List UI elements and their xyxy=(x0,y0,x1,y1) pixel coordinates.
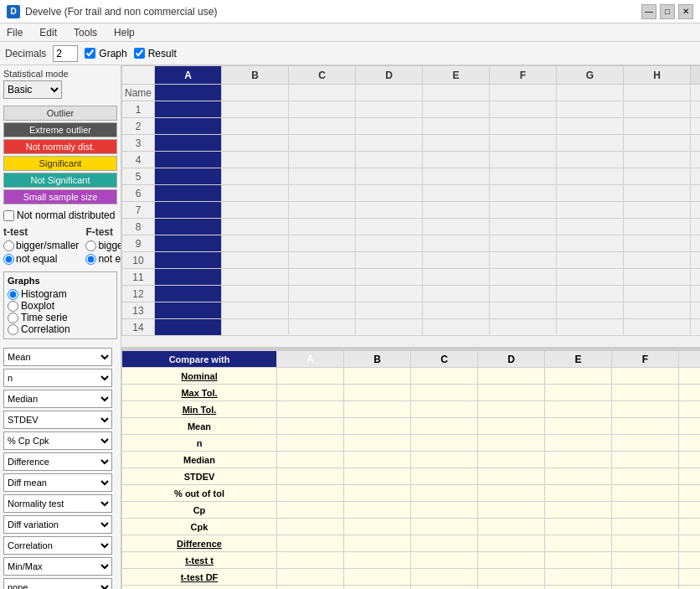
stat-dropdown-n[interactable]: n xyxy=(3,369,112,387)
name-cell-e[interactable] xyxy=(423,85,490,101)
graph-correlation-radio[interactable] xyxy=(8,324,18,335)
data-cell[interactable] xyxy=(277,418,344,435)
result-checkbox[interactable] xyxy=(134,48,145,59)
data-cell[interactable] xyxy=(478,535,545,552)
data-cell[interactable] xyxy=(289,219,356,235)
data-cell[interactable] xyxy=(222,168,289,185)
data-cell[interactable] xyxy=(691,269,700,286)
name-cell-h[interactable] xyxy=(624,85,691,101)
data-cell[interactable] xyxy=(490,269,557,286)
data-cell[interactable] xyxy=(155,219,222,235)
data-cell[interactable] xyxy=(411,552,478,569)
bottom-col-f[interactable]: F xyxy=(612,351,679,368)
data-cell[interactable] xyxy=(691,219,700,235)
stat-dropdown-diffvariation[interactable]: Diff variation xyxy=(3,515,112,534)
data-cell[interactable] xyxy=(624,286,691,302)
data-cell[interactable] xyxy=(679,535,701,552)
data-cell[interactable] xyxy=(411,401,478,418)
data-cell[interactable] xyxy=(344,552,411,569)
data-cell[interactable] xyxy=(423,269,490,286)
data-cell[interactable] xyxy=(411,485,478,502)
data-cell[interactable] xyxy=(490,286,557,302)
data-cell[interactable] xyxy=(423,152,490,168)
name-cell-g[interactable] xyxy=(557,85,624,101)
data-cell[interactable] xyxy=(289,302,356,319)
data-cell[interactable] xyxy=(356,252,423,269)
data-cell[interactable] xyxy=(490,252,557,269)
stat-dropdown-minmax[interactable]: Min/Max xyxy=(3,557,112,576)
maximize-button[interactable]: □ xyxy=(660,4,675,19)
data-cell[interactable] xyxy=(423,168,490,185)
data-cell[interactable] xyxy=(557,269,624,286)
data-cell[interactable] xyxy=(557,286,624,302)
data-cell[interactable] xyxy=(155,286,222,302)
data-cell[interactable] xyxy=(490,319,557,336)
data-cell[interactable] xyxy=(344,435,411,452)
data-cell[interactable] xyxy=(344,418,411,435)
data-cell[interactable] xyxy=(344,586,411,590)
data-cell[interactable] xyxy=(478,418,545,435)
stat-dropdown-median[interactable]: Median xyxy=(3,390,112,408)
data-cell[interactable] xyxy=(691,235,700,252)
data-cell[interactable] xyxy=(612,502,679,519)
data-cell[interactable] xyxy=(490,101,557,118)
data-cell[interactable] xyxy=(691,185,700,202)
stat-dropdown-difference[interactable]: Difference xyxy=(3,452,112,471)
data-cell[interactable] xyxy=(612,485,679,502)
name-cell-c[interactable] xyxy=(289,85,356,101)
data-cell[interactable] xyxy=(478,368,545,385)
data-cell[interactable] xyxy=(423,286,490,302)
data-cell[interactable] xyxy=(344,385,411,401)
data-cell[interactable] xyxy=(222,101,289,118)
col-header-a[interactable]: A xyxy=(155,66,222,85)
data-cell[interactable] xyxy=(545,418,612,435)
data-cell[interactable] xyxy=(679,502,701,519)
data-cell[interactable] xyxy=(612,385,679,401)
data-cell[interactable] xyxy=(545,519,612,535)
data-cell[interactable] xyxy=(557,252,624,269)
data-cell[interactable] xyxy=(624,118,691,135)
data-cell[interactable] xyxy=(411,435,478,452)
data-cell[interactable] xyxy=(344,569,411,586)
data-cell[interactable] xyxy=(545,485,612,502)
data-cell[interactable] xyxy=(490,135,557,152)
data-cell[interactable] xyxy=(478,435,545,452)
bottom-col-e[interactable]: E xyxy=(545,351,612,368)
data-cell[interactable] xyxy=(411,569,478,586)
data-cell[interactable] xyxy=(289,101,356,118)
data-cell[interactable] xyxy=(624,235,691,252)
stat-mode-select[interactable]: Basic Advanced xyxy=(3,80,62,99)
data-cell[interactable] xyxy=(624,101,691,118)
stat-dropdown-mean[interactable]: Mean xyxy=(3,348,112,366)
t-test-bigger-radio[interactable] xyxy=(3,240,14,251)
data-cell[interactable] xyxy=(423,252,490,269)
data-cell[interactable] xyxy=(679,385,701,401)
col-header-c[interactable]: C xyxy=(289,66,356,85)
data-cell[interactable] xyxy=(222,118,289,135)
data-cell[interactable] xyxy=(679,485,701,502)
data-cell[interactable] xyxy=(222,286,289,302)
data-cell[interactable] xyxy=(679,519,701,535)
data-cell[interactable] xyxy=(155,202,222,219)
data-cell[interactable] xyxy=(624,302,691,319)
menu-help[interactable]: Help xyxy=(111,26,138,39)
data-cell[interactable] xyxy=(423,202,490,219)
col-header-h[interactable]: H xyxy=(624,66,691,85)
data-cell[interactable] xyxy=(478,452,545,468)
data-cell[interactable] xyxy=(356,319,423,336)
data-cell[interactable] xyxy=(155,168,222,185)
data-cell[interactable] xyxy=(545,468,612,485)
data-cell[interactable] xyxy=(155,235,222,252)
data-cell[interactable] xyxy=(624,168,691,185)
data-cell[interactable] xyxy=(624,252,691,269)
data-cell[interactable] xyxy=(222,235,289,252)
not-normal-checkbox[interactable] xyxy=(3,210,14,221)
graph-boxplot-radio[interactable] xyxy=(8,301,18,312)
name-cell-a[interactable] xyxy=(155,85,222,101)
data-cell[interactable] xyxy=(356,168,423,185)
data-cell[interactable] xyxy=(289,168,356,185)
data-cell[interactable] xyxy=(344,468,411,485)
data-cell[interactable] xyxy=(356,269,423,286)
data-cell[interactable] xyxy=(478,569,545,586)
data-cell[interactable] xyxy=(356,302,423,319)
